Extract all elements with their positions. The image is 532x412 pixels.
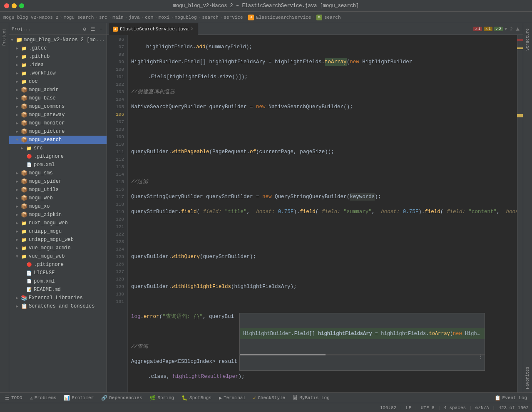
mybatis-tab[interactable]: 🗄 MyBatis Log [289, 393, 333, 402]
editor-tab-elasticsearchservice[interactable]: J ElasticSearchService.java × [109, 23, 198, 35]
tree-item-root[interactable]: ▼ 📁 mogu_blog_v2-Nacos 2 [mo... [9, 36, 107, 44]
tree-item-mogu-admin[interactable]: ▶ 📦 mogu_admin [9, 86, 107, 94]
status-encoding[interactable]: UTF-8 [421, 405, 435, 410]
code-content[interactable]: highlightFields.add(summaryField); Highl… [128, 35, 517, 392]
tree-item-gitignore2[interactable]: ▶ 🔴 .gitignore [9, 261, 107, 269]
sidebar-collapse-icon[interactable]: – [98, 25, 104, 33]
tree-item-workflow[interactable]: ▶ 📁 .workflow [9, 69, 107, 77]
bc-com[interactable]: com [145, 15, 153, 20]
tree-item-mogu-zipkin[interactable]: ▶ 📦 mogu_zipkin [9, 211, 107, 219]
bc-search[interactable]: search [202, 15, 219, 20]
gutter-warn-marker[interactable] [517, 47, 523, 49]
bc-method[interactable]: search [324, 15, 341, 20]
status-lf[interactable]: LF [406, 405, 411, 410]
terminal-tab[interactable]: ▶ Terminal [216, 393, 249, 402]
bc-main[interactable]: main [112, 15, 123, 20]
tree-item-mogu-spider[interactable]: ▶ 📦 mogu_spider [9, 177, 107, 186]
tree-item-uniapp2[interactable]: ▶ 📁 uniapp_mogu_web [9, 236, 107, 244]
todo-tab[interactable]: ☰ TODO [2, 393, 25, 402]
tree-item-nuxt[interactable]: ▶ 📁 nuxt_mogu_web [9, 219, 107, 227]
traffic-lights [4, 3, 24, 8]
statusbar: 106:82 | LF | UTF-8 | 4 spaces | ⊘/N/A |… [0, 403, 532, 412]
bc-project[interactable]: mogu_blog_v2-Nacos 2 [3, 15, 58, 20]
favorites-tab[interactable]: Favorites [524, 363, 531, 392]
code-line-97: HighlightBuilder.Field[] highlightFields… [131, 58, 517, 66]
spring-tab[interactable]: 🌿 Spring [146, 393, 177, 402]
gutter-current-marker[interactable] [517, 114, 523, 117]
minimize-button[interactable] [12, 3, 17, 8]
spotbugs-tab[interactable]: 🐛 SpotBugs [178, 393, 215, 402]
tree-item-doc[interactable]: ▶ 📁 doc [9, 77, 107, 86]
right-side-tabs: Structure Favorites [523, 23, 532, 392]
error-badge[interactable]: ⚠1 [473, 27, 482, 31]
sidebar-title: Proj... [12, 27, 80, 32]
autocomplete-content: HighlightBuilder.Field[] highlightFields… [240, 328, 485, 339]
tree-item-mogu-search[interactable]: ▼ 📦 mogu_search [9, 136, 107, 144]
structure-tab[interactable]: Structure [524, 25, 531, 54]
spotbugs-icon: 🐛 [181, 395, 188, 401]
status-indent[interactable]: 4 spaces [444, 405, 466, 410]
tree-item-idea[interactable]: ▶ 📁 .idea [9, 61, 107, 69]
gutter-error-marker[interactable] [517, 39, 523, 41]
status-git[interactable]: ⊘/N/A [475, 405, 489, 410]
bc-java[interactable]: java [129, 15, 139, 20]
tree-item-github[interactable]: ▶ 📁 .github [9, 52, 107, 61]
gutter-arrow-up[interactable]: ▲ [516, 26, 520, 32]
dependencies-icon: 🔗 [101, 395, 107, 401]
tab-close-icon[interactable]: × [191, 26, 194, 32]
bc-moxi[interactable]: moxi [159, 15, 169, 20]
tree-item-mogu-web[interactable]: ▶ 📦 mogu_web [9, 194, 107, 202]
tree-item-mogu-commons[interactable]: ▶ 📦 mogu_commons [9, 102, 107, 111]
bottom-tabs: ☰ TODO ⚠ Problems 📊 Profiler 🔗 Dependenc… [0, 392, 532, 403]
autocomplete-more-icon[interactable]: ⋮ [478, 353, 484, 361]
eventlog-tab[interactable]: 📋 Event Log [491, 393, 530, 402]
code-line-114: log.error("查询语句: {}", queryBui Highlight… [131, 313, 517, 320]
tree-item-pom1[interactable]: ▶ 📄 pom.xml [9, 161, 107, 169]
tree-item-vue-admin[interactable]: ▶ 📁 vue_mogu_admin [9, 244, 107, 252]
bc-module[interactable]: mogu_search [64, 15, 94, 20]
status-position[interactable]: 106:82 [380, 405, 397, 410]
tree-item-vue-web[interactable]: ▼ 📁 vue_mogu_web [9, 252, 107, 261]
tree-item-license[interactable]: ▶ 📄 LICENSE [9, 269, 107, 277]
tree-item-mogu-monitor[interactable]: ▶ 📦 mogu_monitor [9, 119, 107, 127]
info-badge[interactable]: ✓2 [494, 27, 503, 31]
code-editor[interactable]: 96 97 98 99 100 101 102 103 104 105 106 … [107, 35, 523, 392]
tree-item-src[interactable]: ▶ 📁 src [9, 144, 107, 152]
status-lines: 423 of 1502 [498, 405, 529, 410]
problems-tab[interactable]: ⚠ Problems [26, 393, 60, 402]
profiler-tab[interactable]: 📊 Profiler [60, 393, 97, 402]
tree-item-pom2[interactable]: ▶ 📄 pom.xml [9, 277, 107, 285]
close-button[interactable] [4, 3, 9, 8]
tree-item-gitignore1[interactable]: ▶ 🔴 .gitignore [9, 152, 107, 161]
tree-item-mogu-base[interactable]: ▶ 📦 mogu_base [9, 94, 107, 102]
warn-badge[interactable]: ⚠1 [484, 27, 492, 31]
tree-item-external-libs[interactable]: ▶ 📚 External Libraries [9, 294, 107, 302]
warning-strip: ⚠1 ⚠1 ✓2 ▼ 2 ▲ [470, 23, 523, 35]
tree-item-mogu-picture[interactable]: ▶ 📦 mogu_picture [9, 127, 107, 136]
tree-item-mogu-sms[interactable]: ▶ 📦 mogu_sms [9, 169, 107, 177]
tree-item-gitee[interactable]: ▶ 📁 .gitee [9, 44, 107, 52]
code-line-113 [131, 298, 517, 305]
checkstyle-tab[interactable]: ✓ CheckStyle [250, 393, 288, 402]
tree-item-mogu-xo[interactable]: ▶ 📦 mogu_xo [9, 202, 107, 211]
bc-mogublog[interactable]: mogublog [175, 15, 197, 20]
bc-service[interactable]: service [224, 15, 243, 20]
project-tab[interactable]: Project [1, 25, 8, 49]
maximize-button[interactable] [19, 3, 24, 8]
code-line-111 [131, 268, 517, 275]
line-numbers: 96 97 98 99 100 101 102 103 104 105 106 … [107, 35, 128, 392]
code-line-102 [131, 133, 517, 141]
bc-src[interactable]: src [99, 15, 107, 20]
tree-item-uniapp1[interactable]: ▶ 📁 uniapp_mogu [9, 227, 107, 236]
tree-item-mogu-gateway[interactable]: ▶ 📦 mogu_gateway [9, 111, 107, 119]
scroll-thumb [240, 354, 326, 355]
sidebar-settings-icon[interactable]: ⚙ [82, 25, 87, 33]
sidebar-layout-icon[interactable]: ☰ [89, 25, 97, 33]
tree-item-scratches[interactable]: ▶ 📋 Scratches and Consoles [9, 302, 107, 310]
code-line-119 [131, 388, 517, 392]
tree-item-mogu-utils[interactable]: ▶ 📦 mogu_utils [9, 186, 107, 194]
expand-icon[interactable]: ▼ 2 [505, 27, 513, 32]
tree-item-readme[interactable]: ▶ 📝 README.md [9, 285, 107, 294]
dependencies-tab[interactable]: 🔗 Dependencies [98, 393, 145, 402]
bc-class[interactable]: ElasticSearchService [256, 15, 311, 20]
